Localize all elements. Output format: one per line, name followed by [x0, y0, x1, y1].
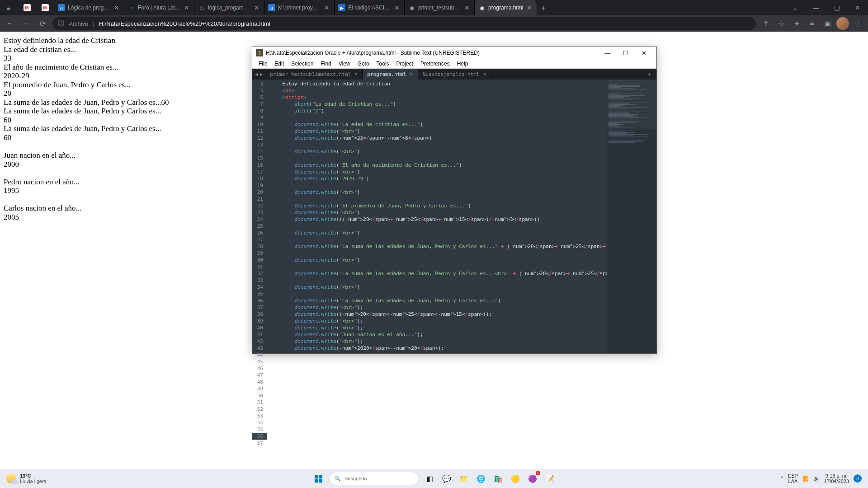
sublime-tab[interactable]: primer_testsublimetext.html× — [265, 69, 363, 80]
browser-tab[interactable]: ◉primer_testsublime✕ — [405, 0, 475, 15]
tab-close-icon[interactable]: ✕ — [526, 4, 533, 11]
close-button[interactable]: ✕ — [847, 0, 868, 15]
sublime-menu-item[interactable]: File — [255, 61, 271, 67]
address-bar[interactable]: ⓘ Archivo | H:/Nata/Especializacion%20Or… — [52, 17, 756, 30]
tray-chevron-icon[interactable]: ˄ — [781, 476, 783, 482]
sublime-menu-item[interactable]: Edit — [271, 61, 288, 67]
browser-tab[interactable]: aLógica de program✕ — [54, 0, 124, 15]
tab-title: Mi primer proyecto — [278, 5, 321, 11]
sublime-menu-item[interactable]: Project — [393, 61, 417, 67]
sublime-editor: 4567891011121314151617181920212223242526… — [252, 80, 656, 353]
sublime-menu-item[interactable]: Find — [317, 61, 335, 67]
clock[interactable]: 9:16 p. m. 17/04/2023 — [824, 473, 849, 484]
sublime-app-icon: S — [256, 49, 263, 56]
wifi-icon[interactable]: 📶 — [802, 476, 809, 482]
sublime-taskbar-icon[interactable]: 📝 — [543, 472, 557, 485]
sublime-tab[interactable]: programa.html× — [363, 69, 418, 80]
start-button[interactable] — [311, 472, 325, 485]
sublime-new-tab-button[interactable]: ＋ — [642, 69, 656, 80]
tab-title: Foro | Alura Latam — [138, 5, 180, 11]
reading-list-icon[interactable]: ≡ — [806, 17, 818, 30]
taskbar-search[interactable]: 🔍 Búsqueda — [329, 472, 419, 485]
window-controls: ⌄ — ▢ ✕ — [785, 0, 868, 15]
back-button[interactable]: ← — [4, 17, 16, 30]
sublime-tab-nav[interactable]: ◀▶ — [252, 69, 265, 80]
sublime-close-button[interactable]: ✕ — [635, 50, 653, 56]
bookmark-icon[interactable]: ☆ — [775, 17, 788, 30]
search-icon: 🔍 — [335, 476, 341, 482]
teams-icon[interactable]: 💬 — [440, 472, 453, 485]
sublime-menu-item[interactable]: View — [335, 61, 354, 67]
reload-button[interactable]: ⟳ — [36, 17, 49, 30]
tab-favicon: a — [58, 4, 65, 11]
minimize-button[interactable]: — — [806, 0, 826, 15]
sublime-minimize-button[interactable]: — — [599, 50, 617, 56]
tab-close-icon[interactable]: ✕ — [183, 4, 190, 11]
tab-favicon: ◉ — [408, 4, 415, 11]
sublime-menu-item[interactable]: Selection — [288, 61, 317, 67]
tab-favicon: M — [24, 4, 31, 11]
tab-title: primer_testsublime — [418, 5, 461, 11]
chrome-menu-icon[interactable]: ⋮ — [852, 17, 864, 30]
extensions-icon[interactable]: ✦ — [790, 17, 803, 30]
sublime-menubar[interactable]: FileEditSelectionFindViewGotoToolsProjec… — [252, 59, 656, 69]
tab-close-icon[interactable]: ✕ — [113, 4, 120, 11]
browser-tab[interactable]: ▶El código ASCII Co✕ — [335, 0, 405, 15]
sublime-title-text: H:\Nata\Especializacion Oracle + Alura\p… — [266, 50, 480, 56]
taskbar-center: 🔍 Búsqueda ◧ 💬 📁 🌐 🛍️ 🟡 🟣4 📝 — [311, 472, 557, 485]
sublime-tabs: primer_testsublimetext.html×programa.htm… — [265, 69, 491, 80]
sublime-maximize-button[interactable]: ☐ — [617, 50, 635, 56]
address-url: H:/Nata/Especializacion%20Oracle%20+%20A… — [99, 20, 270, 27]
browser-tabstrip: 🔈MMaLógica de program✕•Foro | Alura Lata… — [0, 0, 868, 15]
side-panel-icon[interactable]: ▣ — [821, 17, 834, 30]
sublime-tab-close-icon[interactable]: × — [410, 71, 413, 77]
task-view-icon[interactable]: ◧ — [423, 472, 436, 485]
browser-tab[interactable]: aMi primer proyecto✕ — [264, 0, 335, 15]
sublime-tab[interactable]: Nuevosejemplos.html× — [418, 69, 491, 80]
notifications-badge[interactable]: 3 — [854, 474, 862, 483]
sublime-menu-item[interactable]: Preferences — [417, 61, 453, 67]
sublime-window[interactable]: S H:\Nata\Especializacion Oracle + Alura… — [252, 47, 657, 354]
share-icon[interactable]: ⇪ — [760, 17, 772, 30]
store-icon[interactable]: 🛍️ — [491, 472, 505, 485]
chrome-icon[interactable]: 🟡 — [509, 472, 522, 485]
language-indicator[interactable]: ESP LAA — [788, 473, 798, 484]
sublime-tabbar: ◀▶ primer_testsublimetext.html×programa.… — [252, 69, 656, 80]
edge-icon[interactable]: 🌐 — [474, 472, 488, 485]
browser-tab[interactable]: •Foro | Alura Latam✕ — [124, 0, 194, 15]
explorer-icon[interactable]: 📁 — [457, 472, 471, 485]
sublime-minimap[interactable] — [607, 80, 656, 353]
maximize-button[interactable]: ▢ — [826, 0, 847, 15]
tab-search-button[interactable]: ⌄ — [785, 0, 806, 15]
profile-avatar[interactable] — [836, 17, 849, 30]
browser-tab[interactable]: ◌logica_progamacio✕ — [194, 0, 264, 15]
sublime-titlebar[interactable]: S H:\Nata\Especializacion Oracle + Alura… — [252, 47, 656, 59]
sublime-menu-item[interactable]: Help — [453, 61, 472, 67]
sublime-menu-item[interactable]: Tools — [373, 61, 393, 67]
forward-button[interactable]: → — [20, 17, 33, 30]
sublime-gutter[interactable]: 4567891011121314151617181920212223242526… — [252, 80, 267, 353]
toolbar-actions: ⇪ ☆ ✦ ≡ ▣ ⋮ — [760, 17, 864, 30]
new-tab-button[interactable]: ＋ — [537, 0, 550, 15]
browser-tab[interactable]: M — [18, 0, 36, 15]
sublime-tab-close-icon[interactable]: × — [483, 71, 486, 77]
tab-close-icon[interactable]: ✕ — [463, 4, 471, 11]
browser-tab[interactable]: ◉programa.html✕ — [475, 0, 537, 15]
tab-close-icon[interactable]: ✕ — [253, 4, 260, 11]
page-text-line: Estoy definiendo la edad de Cristian — [4, 36, 864, 45]
taskbar-weather[interactable]: 13°C Lluvia ligera — [0, 473, 47, 484]
sublime-tab-label: programa.html — [367, 71, 406, 77]
tab-close-icon[interactable]: ✕ — [393, 4, 401, 11]
site-info-icon[interactable]: ⓘ — [58, 19, 64, 28]
browser-tab[interactable]: M — [36, 0, 54, 15]
sublime-code-area[interactable]: Estoy definiendo la edad de Cristian <br… — [267, 80, 607, 353]
discord-icon[interactable]: 🟣4 — [526, 472, 539, 485]
taskbar-tray: ˄ ESP LAA 📶 🔊 9:16 p. m. 17/04/2023 3 — [781, 473, 868, 484]
sublime-tab-label: Nuevosejemplos.html — [423, 71, 480, 77]
sublime-menu-item[interactable]: Goto — [354, 61, 373, 67]
tab-favicon: • — [128, 4, 135, 11]
browser-tab[interactable]: 🔈 — [0, 0, 18, 15]
volume-icon[interactable]: 🔊 — [813, 476, 820, 482]
sublime-tab-close-icon[interactable]: × — [354, 71, 358, 77]
tab-close-icon[interactable]: ✕ — [323, 4, 330, 11]
